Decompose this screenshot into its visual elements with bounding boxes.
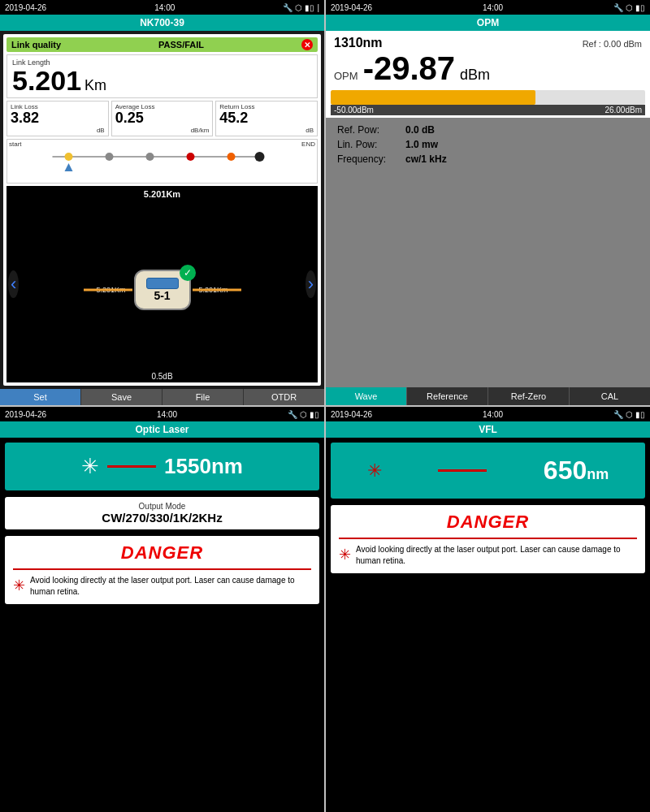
laser-wavelength: 1550nm bbox=[164, 454, 243, 479]
screen-3: ✳ 1550nm Output Mode CW/270/330/1K/2KHz … bbox=[0, 438, 324, 812]
svg-point-4 bbox=[187, 153, 195, 161]
laser-mode-value: CW/270/330/1K/2KHz bbox=[13, 511, 311, 525]
danger-line-4 bbox=[339, 538, 637, 539]
title-bar-1: NK700-39 bbox=[0, 15, 324, 31]
status-icons-1: 🔧 ⬡ ▮▯ | bbox=[283, 3, 319, 12]
opm-bar-container: -50.00dBm 26.00dBm bbox=[326, 88, 650, 118]
fiber-id: 5-1 bbox=[154, 289, 170, 302]
link-length-box: Link Length 5.201 Km bbox=[6, 54, 318, 98]
close-button[interactable]: ✕ bbox=[301, 39, 313, 50]
screen-4: ✳ 650nm DANGER ✳ Avoid looking directly … bbox=[326, 438, 650, 812]
freq-val: cw/1 kHz bbox=[405, 153, 447, 165]
vfl-screen: ✳ 650nm DANGER ✳ Avoid looking directly … bbox=[326, 438, 650, 812]
opm-bar-labels: -50.00dBm 26.00dBm bbox=[331, 105, 645, 115]
tab-otdr[interactable]: OTDR bbox=[244, 389, 324, 405]
tab-set[interactable]: Set bbox=[0, 389, 81, 405]
laser-band: ✳ 1550nm bbox=[5, 443, 319, 490]
tab-file[interactable]: File bbox=[162, 389, 244, 405]
link-length-unit: Km bbox=[84, 78, 106, 93]
svg-point-2 bbox=[106, 153, 114, 161]
tab-refzero[interactable]: Ref-Zero bbox=[488, 387, 570, 405]
check-icon: ✓ bbox=[180, 265, 196, 281]
link-quality-bar: Link quality PASS/FAIL ✕ bbox=[6, 37, 318, 52]
phone-opm: 2019-04-26 14:00 🔧 ⬡ ▮▯ OPM 1310nm Ref :… bbox=[326, 0, 650, 405]
link-loss-metric: Link Loss 3.82 dB bbox=[6, 101, 109, 136]
title-bar-2: OPM bbox=[326, 15, 650, 31]
wrench-icon-2: 🔧 bbox=[613, 3, 623, 12]
ref-pow-val: 0.0 dB bbox=[405, 124, 435, 136]
link-loss-value: 3.82 bbox=[11, 110, 105, 127]
laser-screen: ✳ 1550nm Output Mode CW/270/330/1K/2KHz … bbox=[0, 438, 324, 812]
trace-labels: start END bbox=[7, 140, 317, 149]
svg-point-3 bbox=[146, 153, 154, 161]
svg-marker-7 bbox=[65, 163, 73, 171]
link-quality-value: PASS/FAIL bbox=[158, 40, 204, 50]
opm-bar-fill bbox=[331, 90, 535, 105]
opm-ref: Ref : 0.00 dBm bbox=[583, 39, 642, 49]
status-icons-4: 🔧 ⬡ ▮▯ bbox=[613, 410, 645, 419]
otdr-screen: Link quality PASS/FAIL ✕ Link Length 5.2… bbox=[3, 34, 321, 386]
diagram-area: 5.201Km ‹ 5.201Km ✓ 5-1 bbox=[6, 186, 318, 382]
vfl-unit: nm bbox=[587, 466, 609, 482]
trace-area: start END bbox=[6, 139, 318, 184]
opm-header-row: 1310nm Ref : 0.00 dBm bbox=[334, 36, 642, 50]
danger-box-4: DANGER ✳ Avoid looking directly at the l… bbox=[331, 505, 645, 573]
usb-icon: ⬡ bbox=[295, 3, 302, 12]
battery-icon-4: ▮▯ bbox=[635, 410, 645, 419]
vfl-beam-line bbox=[438, 469, 487, 472]
screen-1: Link quality PASS/FAIL ✕ Link Length 5.2… bbox=[0, 31, 324, 389]
opm-label: OPM bbox=[334, 70, 358, 82]
tab-cal[interactable]: CAL bbox=[570, 387, 650, 405]
battery-icon-2: ▮▯ bbox=[635, 3, 645, 12]
status-time-3: 14:00 bbox=[157, 410, 177, 419]
wrench-icon-3: 🔧 bbox=[288, 410, 297, 419]
title-bar-4: VFL bbox=[326, 421, 650, 438]
status-date-4: 2019-04-26 bbox=[331, 410, 372, 419]
nav-prev-button[interactable]: ‹ bbox=[8, 270, 19, 298]
diagram-center: 5.201Km ✓ 5-1 5.201Km bbox=[96, 270, 228, 310]
laser-mode-label: Output Mode bbox=[13, 502, 311, 511]
status-time-2: 14:00 bbox=[483, 3, 503, 12]
tab-save[interactable]: Save bbox=[81, 389, 162, 405]
status-bar-3: 2019-04-26 14:00 🔧 ⬡ ▮▯ bbox=[0, 407, 324, 421]
tab-reference[interactable]: Reference bbox=[407, 387, 488, 405]
tab-wave[interactable]: Wave bbox=[326, 387, 407, 405]
svg-point-5 bbox=[228, 153, 236, 161]
danger-line-3 bbox=[13, 568, 311, 570]
status-date-1: 2019-04-26 bbox=[5, 3, 46, 12]
wrench-icon-4: 🔧 bbox=[613, 410, 623, 419]
danger-content-3: ✳ Avoid looking directly at the laser ou… bbox=[13, 575, 311, 598]
return-loss-metric: Return Loss 45.2 dB bbox=[215, 101, 318, 136]
opm-bar-track bbox=[331, 90, 645, 105]
wrench-icon: 🔧 bbox=[283, 3, 292, 12]
diagram-sub-label: 0.5dB bbox=[151, 372, 172, 381]
fiber-line-right bbox=[193, 288, 241, 291]
trace-end-label: END bbox=[301, 140, 315, 148]
svg-point-6 bbox=[255, 152, 265, 162]
vfl-wavelength: 650nm bbox=[544, 456, 609, 486]
lin-pow-val: 1.0 mw bbox=[405, 139, 438, 150]
status-date-3: 2019-04-26 bbox=[5, 410, 46, 419]
diagram-top-label: 5.201Km bbox=[144, 189, 180, 199]
fiber-connector bbox=[146, 278, 179, 289]
status-bar-4: 2019-04-26 14:00 🔧 ⬡ ▮▯ bbox=[326, 407, 650, 421]
opm-stat-freq: Frequency: cw/1 kHz bbox=[337, 153, 639, 165]
status-bar-2: 2019-04-26 14:00 🔧 ⬡ ▮▯ bbox=[326, 0, 650, 15]
svg-point-1 bbox=[65, 153, 73, 161]
usb-icon-4: ⬡ bbox=[626, 410, 633, 419]
opm-stat-refpow: Ref. Pow: 0.0 dB bbox=[337, 124, 639, 136]
laser-star-icon: ✳ bbox=[81, 454, 99, 479]
nav-next-button[interactable]: › bbox=[306, 270, 316, 298]
lin-pow-key: Lin. Pow: bbox=[337, 139, 402, 150]
trace-svg bbox=[7, 149, 317, 177]
status-time-1: 14:00 bbox=[154, 3, 175, 12]
opm-stat-linpow: Lin. Pow: 1.0 mw bbox=[337, 139, 639, 150]
avg-loss-unit: dB/km bbox=[115, 127, 210, 134]
danger-icon-4: ✳ bbox=[339, 546, 351, 564]
usb-icon-2: ⬡ bbox=[626, 3, 633, 12]
opm-bar-max: 26.00dBm bbox=[604, 106, 642, 114]
fiber-box: ✓ 5-1 bbox=[134, 270, 191, 310]
vfl-band: ✳ 650nm bbox=[331, 443, 645, 499]
danger-icon-3: ✳ bbox=[13, 577, 25, 594]
link-loss-unit: dB bbox=[11, 127, 105, 134]
